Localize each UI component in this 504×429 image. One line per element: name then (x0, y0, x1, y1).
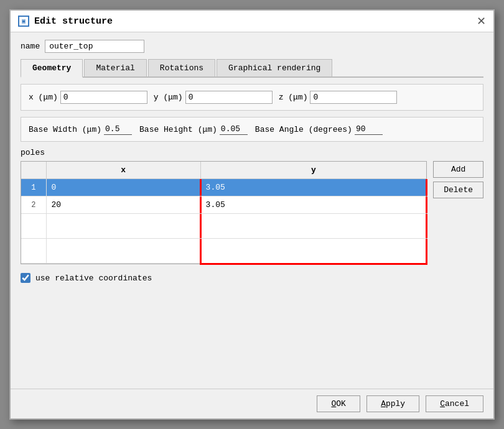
table-row-empty-2 (21, 239, 426, 264)
row-num-1: 1 (21, 179, 46, 196)
dialog-footer: OOK Apply Cancel (11, 389, 493, 418)
coord-section: x (μm) y (μm) z (μm) (21, 84, 483, 111)
base-angle-label: Base Angle (degrees) (255, 125, 352, 134)
col-header-x: x (46, 162, 200, 179)
y-label: y (μm) (154, 93, 183, 102)
title-bar: ▣ Edit structure ✕ (11, 11, 493, 32)
base-angle-input[interactable] (355, 124, 383, 135)
tab-graphical-rendering[interactable]: Graphical rendering (217, 59, 332, 76)
poles-table: x y 1 0 3.05 (21, 162, 426, 264)
tab-rotations[interactable]: Rotations (148, 59, 215, 76)
row-2-x[interactable]: 20 (46, 196, 200, 214)
cancel-button[interactable]: Cancel (426, 395, 483, 412)
coord-row: x (μm) y (μm) z (μm) (29, 91, 475, 104)
checkbox-row: use relative coordinates (21, 273, 483, 283)
row-2-y[interactable]: 3.05 (200, 196, 426, 214)
table-row[interactable]: 2 20 3.05 (21, 196, 426, 214)
poles-table-outer: x y 1 0 3.05 (21, 161, 427, 264)
tabs-bar: Geometry Material Rotations Graphical re… (21, 59, 483, 78)
tab-material[interactable]: Material (84, 59, 146, 76)
row-1-x[interactable]: 0 (46, 179, 200, 196)
dialog-body: name Geometry Material Rotations Graphic… (11, 32, 493, 389)
poles-container: x y 1 0 3.05 (21, 161, 483, 264)
base-height-input[interactable] (220, 124, 248, 135)
base-width-group: Base Width (μm) (29, 124, 132, 135)
name-label: name (21, 42, 40, 51)
dialog-title: Edit structure (34, 16, 472, 27)
poles-table-wrapper: x y 1 0 3.05 (21, 161, 427, 264)
empty-y-2 (200, 239, 426, 264)
z-coord-group: z (μm) (279, 91, 398, 104)
z-label: z (μm) (279, 93, 308, 102)
ok-button[interactable]: OOK (317, 395, 360, 412)
base-height-label: Base Height (μm) (139, 125, 217, 134)
apply-button[interactable]: Apply (366, 395, 419, 412)
base-section: Base Width (μm) Base Height (μm) Base An… (21, 117, 483, 142)
table-row[interactable]: 1 0 3.05 (21, 179, 426, 196)
delete-button[interactable]: Delete (433, 182, 483, 198)
y-input[interactable] (185, 91, 273, 104)
edit-structure-dialog: ▣ Edit structure ✕ name Geometry Materia… (9, 9, 495, 420)
add-button[interactable]: Add (433, 161, 483, 178)
row-num-2: 2 (21, 196, 46, 214)
name-input[interactable] (45, 40, 144, 53)
z-input[interactable] (310, 91, 397, 104)
table-header-row: x y (21, 162, 426, 179)
y-coord-group: y (μm) (154, 91, 273, 104)
table-row-empty-1 (21, 214, 426, 239)
base-width-input[interactable] (104, 124, 132, 135)
poles-buttons: Add Delete (433, 161, 483, 198)
empty-y-1 (200, 214, 426, 239)
base-width-label: Base Width (μm) (29, 125, 101, 134)
x-label: x (μm) (29, 93, 58, 102)
base-angle-group: Base Angle (degrees) (255, 124, 383, 135)
relative-coords-label: use relative coordinates (35, 274, 152, 283)
row-1-y[interactable]: 3.05 (200, 179, 426, 196)
poles-section: poles x y (21, 148, 483, 264)
x-coord-group: x (μm) (29, 91, 147, 104)
col-header-y: y (200, 162, 426, 179)
tab-geometry[interactable]: Geometry (21, 59, 83, 78)
name-row: name (21, 40, 483, 53)
dialog-icon: ▣ (18, 16, 29, 27)
close-button[interactable]: ✕ (477, 16, 486, 27)
x-input[interactable] (60, 91, 147, 104)
poles-label: poles (21, 148, 483, 157)
col-header-num (21, 162, 46, 179)
base-height-group: Base Height (μm) (139, 124, 248, 135)
base-row: Base Width (μm) Base Height (μm) Base An… (29, 124, 475, 135)
relative-coords-checkbox[interactable] (21, 273, 30, 283)
